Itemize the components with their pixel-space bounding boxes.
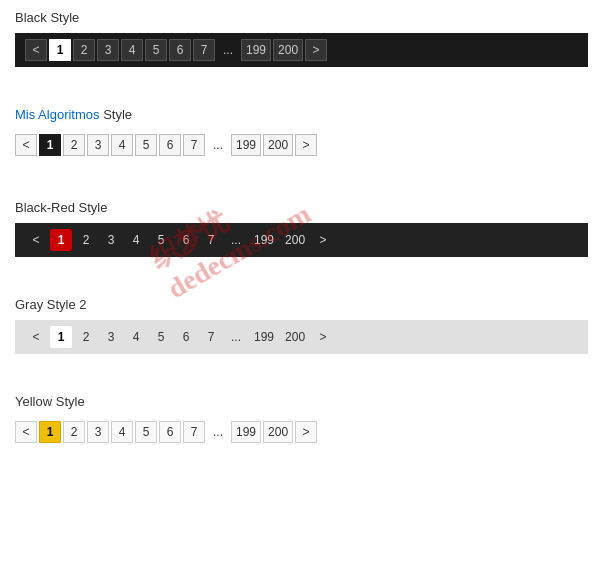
dots: ...: [225, 326, 247, 348]
next-button[interactable]: >: [295, 134, 317, 156]
dots: ...: [207, 134, 229, 156]
page-200[interactable]: 200: [263, 421, 293, 443]
page-7[interactable]: 7: [200, 229, 222, 251]
page-199[interactable]: 199: [241, 39, 271, 61]
mis-pagination: < 1 2 3 4 5 6 7 ... 199 200 >: [15, 130, 588, 160]
page-199[interactable]: 199: [231, 134, 261, 156]
black-style-section: Black Style < 1 2 3 4 5 6 7 ... 199 200 …: [0, 0, 603, 87]
next-button[interactable]: >: [305, 39, 327, 61]
page-200[interactable]: 200: [263, 134, 293, 156]
page-6[interactable]: 6: [175, 326, 197, 348]
mis-style-section: Mis Algoritmos Style < 1 2 3 4 5 6 7 ...…: [0, 87, 603, 180]
page-1-active[interactable]: 1: [39, 134, 61, 156]
page-4[interactable]: 4: [111, 134, 133, 156]
mis-algoritmos-link[interactable]: Mis Algoritmos: [15, 107, 100, 122]
blackred-style-section: Black-Red Style < 1 2 3 4 5 6 7 ... 199 …: [0, 180, 603, 277]
dots: ...: [217, 39, 239, 61]
gray-style-section: Gray Style 2 < 1 2 3 4 5 6 7 ... 199 200…: [0, 277, 603, 374]
black-style-title: Black Style: [15, 10, 588, 25]
black-title-text: Black Style: [15, 10, 79, 25]
page-1-active[interactable]: 1: [49, 39, 71, 61]
page-3[interactable]: 3: [97, 39, 119, 61]
next-button[interactable]: >: [295, 421, 317, 443]
page-5[interactable]: 5: [135, 421, 157, 443]
yellow-pagination: < 1 2 3 4 5 6 7 ... 199 200 >: [15, 417, 588, 447]
page-4[interactable]: 4: [125, 229, 147, 251]
page-3[interactable]: 3: [87, 421, 109, 443]
page-4[interactable]: 4: [111, 421, 133, 443]
page-1-active[interactable]: 1: [39, 421, 61, 443]
page-2[interactable]: 2: [63, 134, 85, 156]
blackred-title-text: Black-Red Style: [15, 200, 107, 215]
page-199[interactable]: 199: [250, 229, 278, 251]
page-6[interactable]: 6: [159, 421, 181, 443]
yellow-style-title: Yellow Style: [15, 394, 588, 409]
page-200[interactable]: 200: [281, 229, 309, 251]
blackred-style-title: Black-Red Style: [15, 200, 588, 215]
page-4[interactable]: 4: [121, 39, 143, 61]
gray-style-title: Gray Style 2: [15, 297, 588, 312]
page-7[interactable]: 7: [183, 134, 205, 156]
yellow-style-section: Yellow Style < 1 2 3 4 5 6 7 ... 199 200…: [0, 374, 603, 467]
prev-button[interactable]: <: [25, 39, 47, 61]
page-3[interactable]: 3: [100, 326, 122, 348]
page-200[interactable]: 200: [281, 326, 309, 348]
prev-button[interactable]: <: [25, 229, 47, 251]
page-5[interactable]: 5: [145, 39, 167, 61]
dots: ...: [207, 421, 229, 443]
page-5[interactable]: 5: [135, 134, 157, 156]
page-6[interactable]: 6: [159, 134, 181, 156]
page-199[interactable]: 199: [231, 421, 261, 443]
page-5[interactable]: 5: [150, 326, 172, 348]
next-button[interactable]: >: [312, 229, 334, 251]
page-2[interactable]: 2: [63, 421, 85, 443]
black-pagination: < 1 2 3 4 5 6 7 ... 199 200 >: [15, 33, 588, 67]
dots: ...: [225, 229, 247, 251]
page-7[interactable]: 7: [183, 421, 205, 443]
gray-title-text: Gray Style 2: [15, 297, 87, 312]
page-6[interactable]: 6: [175, 229, 197, 251]
page-1-active[interactable]: 1: [50, 326, 72, 348]
gray-pagination: < 1 2 3 4 5 6 7 ... 199 200 >: [15, 320, 588, 354]
page-199[interactable]: 199: [250, 326, 278, 348]
next-button[interactable]: >: [312, 326, 334, 348]
page-2[interactable]: 2: [73, 39, 95, 61]
page-200[interactable]: 200: [273, 39, 303, 61]
yellow-title-text: Yellow Style: [15, 394, 85, 409]
page-2[interactable]: 2: [75, 229, 97, 251]
mis-style-title: Mis Algoritmos Style: [15, 107, 588, 122]
blackred-pagination: < 1 2 3 4 5 6 7 ... 199 200 >: [15, 223, 588, 257]
prev-button[interactable]: <: [15, 134, 37, 156]
page-5[interactable]: 5: [150, 229, 172, 251]
page-7[interactable]: 7: [193, 39, 215, 61]
page-3[interactable]: 3: [87, 134, 109, 156]
page-3[interactable]: 3: [100, 229, 122, 251]
page-4[interactable]: 4: [125, 326, 147, 348]
prev-button[interactable]: <: [15, 421, 37, 443]
prev-button[interactable]: <: [25, 326, 47, 348]
page-7[interactable]: 7: [200, 326, 222, 348]
page-1-active[interactable]: 1: [50, 229, 72, 251]
mis-title-suffix: Style: [103, 107, 132, 122]
page-6[interactable]: 6: [169, 39, 191, 61]
page-2[interactable]: 2: [75, 326, 97, 348]
